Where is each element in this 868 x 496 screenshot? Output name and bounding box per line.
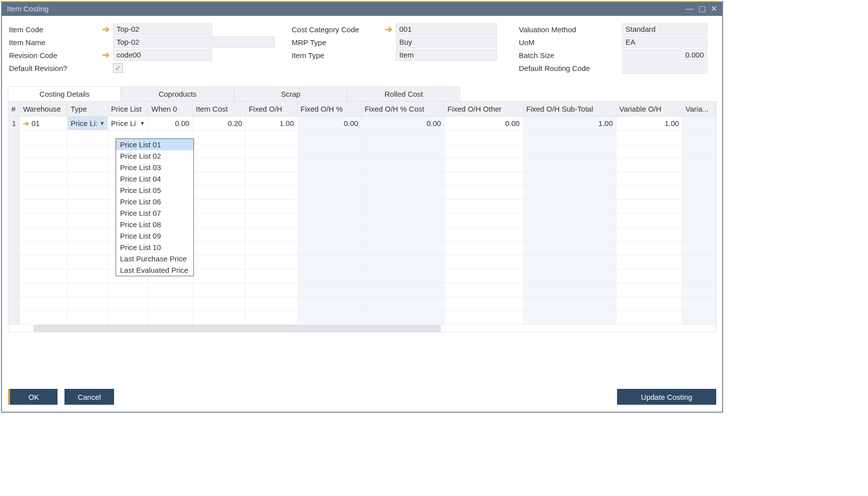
table-row[interactable] (8, 228, 716, 242)
col-type[interactable]: Type (67, 102, 108, 117)
cell-fixed-oh[interactable]: 1.00 (246, 117, 297, 130)
col-varia[interactable]: Varia... (682, 102, 716, 117)
cell-index: 1 (8, 117, 20, 130)
cancel-button[interactable]: Cancel (64, 389, 114, 405)
dropdown-option[interactable]: Last Purchase Price (116, 253, 193, 264)
footer: OK Cancel Update Costing (8, 389, 716, 405)
col-price-list[interactable]: Price List (108, 102, 148, 117)
label-valuation: Valuation Method (518, 25, 622, 34)
window-title: Item Costing (7, 1, 49, 16)
link-arrow-icon[interactable]: ➔ (385, 24, 396, 35)
table-row[interactable] (8, 144, 716, 158)
label-cost-category: Cost Category Code (291, 25, 385, 34)
cell-fixed-oh-pct-cost[interactable]: 0.00 (362, 117, 444, 130)
update-costing-button[interactable]: Update Costing (617, 389, 716, 405)
col-fixed-oh-other[interactable]: Fixed O/H Other (444, 102, 523, 117)
minimize-icon[interactable]: — (685, 1, 693, 16)
dropdown-option[interactable]: Price List 05 (116, 185, 193, 196)
label-item-type: Item Type (291, 51, 385, 60)
default-revision-checkbox[interactable]: ✓ (113, 63, 123, 73)
cell-varia[interactable] (682, 117, 716, 130)
item-name-field[interactable]: Top-02 (113, 36, 275, 48)
chevron-down-icon[interactable]: ▼ (140, 121, 145, 126)
dropdown-option[interactable]: Price List 10 (116, 242, 193, 253)
cell-fixed-oh-subtotal[interactable]: 1.00 (523, 117, 616, 130)
cost-category-field[interactable]: 001 (396, 23, 497, 35)
price-list-dropdown[interactable]: Price List 01Price List 02Price List 03P… (116, 138, 194, 276)
batch-size-field[interactable]: 0.000 (622, 49, 707, 61)
revision-code-field[interactable]: code00 (113, 49, 212, 61)
item-code-field[interactable]: Top-02 (113, 23, 212, 35)
col-variable-oh[interactable]: Variable O/H (616, 102, 682, 117)
col-fixed-oh[interactable]: Fixed O/H (246, 102, 297, 117)
item-costing-window: Item Costing — ▢ ✕ Item Code ➔ Top-02 It… (1, 1, 723, 413)
table-row[interactable] (8, 283, 716, 297)
label-revision-code: Revision Code (8, 51, 102, 60)
col-warehouse[interactable]: Warehouse (20, 102, 67, 117)
table-row[interactable] (8, 297, 716, 311)
label-item-name: Item Name (8, 38, 102, 47)
uom-field: EA (622, 36, 707, 48)
scroll-thumb[interactable] (33, 325, 441, 332)
link-arrow-icon[interactable]: ➔ (102, 24, 113, 35)
dropdown-option[interactable]: Last Evaluated Price (116, 264, 193, 276)
tab-costing-details[interactable]: Costing Details (8, 86, 121, 101)
table-row[interactable] (8, 242, 716, 255)
valuation-field: Standard (622, 23, 707, 35)
cell-price-list[interactable]: Price Li▼ (108, 117, 148, 130)
table-row[interactable] (8, 158, 716, 172)
label-item-code: Item Code (8, 25, 102, 34)
table-row[interactable]: 1➔01Price Li:▼Price Li▼0.000.201.000.000… (8, 117, 716, 130)
label-uom: UoM (518, 38, 622, 47)
table-row[interactable] (8, 311, 716, 325)
tab-rolled-cost[interactable]: Rolled Cost (347, 86, 460, 101)
item-type-field: Item (396, 49, 497, 61)
col-index[interactable]: # (8, 102, 20, 117)
costing-grid: # Warehouse Type Price List When 0 Item … (8, 102, 716, 332)
table-row[interactable] (8, 200, 716, 214)
table-row[interactable] (8, 269, 716, 283)
cell-warehouse[interactable]: ➔01 (20, 117, 67, 130)
mrp-type-field: Buy (396, 36, 497, 48)
maximize-icon[interactable]: ▢ (698, 1, 706, 16)
ok-button[interactable]: OK (8, 389, 58, 405)
cell-fixed-oh-pct[interactable]: 0.00 (297, 117, 361, 130)
dropdown-option[interactable]: Price List 01 (116, 139, 193, 150)
col-fixed-oh-pct-cost[interactable]: Fixed O/H % Cost (362, 102, 444, 117)
table-row[interactable] (8, 186, 716, 200)
cell-variable-oh[interactable]: 1.00 (616, 117, 682, 130)
link-arrow-icon[interactable]: ➔ (23, 119, 29, 127)
cell-when0[interactable]: 0.00 (148, 117, 193, 130)
link-arrow-icon[interactable]: ➔ (102, 50, 113, 61)
label-default-routing: Default Routing Code (518, 64, 622, 72)
table-row[interactable] (8, 255, 716, 269)
horizontal-scrollbar[interactable] (8, 325, 716, 332)
tabs: Costing Details Coproducts Scrap Rolled … (8, 86, 716, 102)
dropdown-option[interactable]: Price List 07 (116, 207, 193, 219)
col-item-cost[interactable]: Item Cost (192, 102, 245, 117)
titlebar: Item Costing — ▢ ✕ (2, 1, 722, 16)
col-fixed-oh-subtotal[interactable]: Fixed O/H Sub-Total (523, 102, 616, 117)
tab-coproducts[interactable]: Coproducts (121, 86, 234, 101)
table-row[interactable] (8, 172, 716, 186)
label-batch-size: Batch Size (518, 51, 622, 60)
close-icon[interactable]: ✕ (711, 1, 717, 16)
dropdown-option[interactable]: Price List 09 (116, 230, 193, 242)
default-routing-field[interactable] (622, 62, 707, 74)
col-when0[interactable]: When 0 (148, 102, 193, 117)
label-default-revision: Default Revision? (8, 64, 102, 72)
dropdown-option[interactable]: Price List 03 (116, 162, 193, 173)
dropdown-option[interactable]: Price List 08 (116, 219, 193, 230)
dropdown-option[interactable]: Price List 02 (116, 150, 193, 162)
cell-type[interactable]: Price Li:▼ (67, 117, 108, 130)
cell-item-cost[interactable]: 0.20 (192, 117, 245, 130)
dropdown-option[interactable]: Price List 06 (116, 196, 193, 207)
table-row[interactable] (8, 214, 716, 228)
dropdown-option[interactable]: Price List 04 (116, 173, 193, 185)
chevron-down-icon[interactable]: ▼ (100, 121, 105, 126)
tab-scrap[interactable]: Scrap (234, 86, 347, 101)
col-fixed-oh-pct[interactable]: Fixed O/H % (297, 102, 361, 117)
grid-header-row: # Warehouse Type Price List When 0 Item … (8, 102, 716, 117)
table-row[interactable] (8, 130, 716, 144)
cell-fixed-oh-other[interactable]: 0.00 (444, 117, 523, 130)
